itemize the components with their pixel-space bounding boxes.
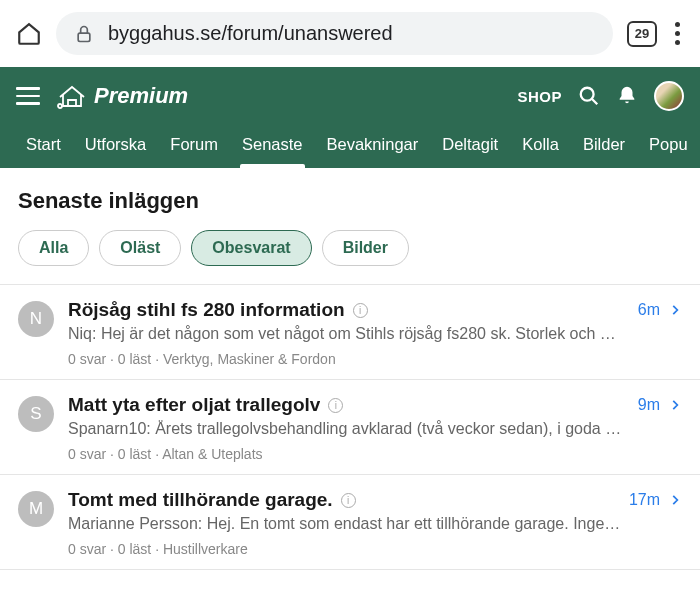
thread-excerpt: Spanarn10: Årets trallegolvsbehandling a… [68, 420, 682, 438]
thread-excerpt: Marianne Persson: Hej. En tomt som endas… [68, 515, 682, 533]
home-icon[interactable] [16, 21, 42, 47]
nav-tab-kolla[interactable]: Kolla [510, 125, 571, 168]
page-title: Senaste inläggen [0, 188, 700, 230]
nav-tab-forum[interactable]: Forum [158, 125, 230, 168]
thread-title: Tomt med tillhörande garage. [68, 489, 333, 511]
nav-tab-deltagit[interactable]: Deltagit [430, 125, 510, 168]
bell-icon[interactable] [616, 85, 638, 107]
thread-excerpt: Niq: Hej är det någon som vet något om S… [68, 325, 682, 343]
thread-avatar: S [18, 396, 54, 432]
house-logo-icon [56, 83, 88, 109]
thread-time: 9m [638, 396, 660, 414]
chevron-right-icon [668, 493, 682, 507]
nav-tab-start[interactable]: Start [14, 125, 73, 168]
filter-pill-bilder[interactable]: Bilder [322, 230, 409, 266]
app-header: Premium SHOP StartUtforskaForumSenasteBe… [0, 67, 700, 168]
overflow-menu-icon[interactable] [671, 22, 684, 45]
nav-tab-senaste[interactable]: Senaste [230, 125, 315, 168]
content-area: Senaste inläggen AllaOlästObesvaratBilde… [0, 168, 700, 570]
thread-main: Röjsåg stihl fs 280 information i 6m Niq… [68, 299, 682, 367]
thread-title: Matt yta efter oljat trallegolv [68, 394, 320, 416]
premium-logo[interactable]: Premium [56, 83, 188, 109]
url-text: byggahus.se/forum/unanswered [108, 22, 393, 45]
nav-tab-bevakningar[interactable]: Bevakningar [315, 125, 431, 168]
thread-main: Matt yta efter oljat trallegolv i 9m Spa… [68, 394, 682, 462]
filter-pill-oläst[interactable]: Oläst [99, 230, 181, 266]
svg-point-1 [58, 104, 62, 108]
info-icon[interactable]: i [353, 303, 368, 318]
thread-time: 17m [629, 491, 660, 509]
url-field[interactable]: byggahus.se/forum/unanswered [56, 12, 613, 55]
browser-toolbar: byggahus.se/forum/unanswered 29 [0, 0, 700, 67]
thread-list: N Röjsåg stihl fs 280 information i 6m N… [0, 284, 700, 570]
filter-pill-alla[interactable]: Alla [18, 230, 89, 266]
menu-icon[interactable] [16, 87, 40, 105]
thread-row[interactable]: S Matt yta efter oljat trallegolv i 9m S… [0, 380, 700, 475]
thread-time: 6m [638, 301, 660, 319]
info-icon[interactable]: i [341, 493, 356, 508]
nav-tab-bilder[interactable]: Bilder [571, 125, 637, 168]
avatar[interactable] [654, 81, 684, 111]
svg-rect-0 [78, 33, 90, 41]
nav-tabs: StartUtforskaForumSenasteBevakningarDelt… [0, 125, 700, 168]
chevron-right-icon [668, 398, 682, 412]
search-icon[interactable] [578, 85, 600, 107]
filter-pills: AllaOlästObesvaratBilder [0, 230, 700, 284]
nav-tab-popu[interactable]: Popu [637, 125, 700, 168]
thread-meta: 0 svar · 0 läst · Altan & Uteplats [68, 446, 682, 462]
nav-tab-utforska[interactable]: Utforska [73, 125, 158, 168]
svg-point-2 [581, 88, 594, 101]
thread-title: Röjsåg stihl fs 280 information [68, 299, 345, 321]
filter-pill-obesvarat[interactable]: Obesvarat [191, 230, 311, 266]
shop-link[interactable]: SHOP [517, 88, 562, 105]
thread-main: Tomt med tillhörande garage. i 17m Maria… [68, 489, 682, 557]
tab-count-button[interactable]: 29 [627, 21, 657, 47]
thread-row[interactable]: N Röjsåg stihl fs 280 information i 6m N… [0, 285, 700, 380]
chevron-right-icon [668, 303, 682, 317]
thread-meta: 0 svar · 0 läst · Hustillverkare [68, 541, 682, 557]
thread-meta: 0 svar · 0 läst · Verktyg, Maskiner & Fo… [68, 351, 682, 367]
info-icon[interactable]: i [328, 398, 343, 413]
thread-row[interactable]: M Tomt med tillhörande garage. i 17m Mar… [0, 475, 700, 570]
lock-icon [74, 24, 94, 44]
thread-avatar: N [18, 301, 54, 337]
thread-avatar: M [18, 491, 54, 527]
